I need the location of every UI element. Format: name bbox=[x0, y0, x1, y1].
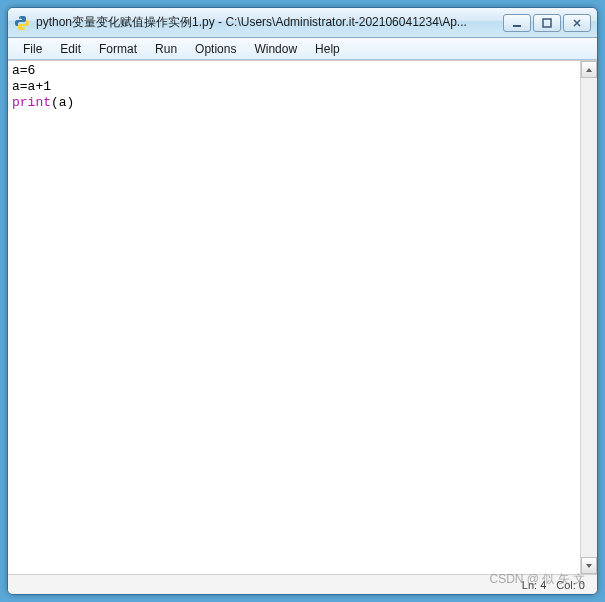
code-token: a=a+1 bbox=[12, 79, 51, 94]
code-line: a=a+1 bbox=[12, 79, 576, 95]
status-line: Ln: 4 bbox=[522, 579, 546, 591]
window-controls bbox=[503, 14, 591, 32]
code-line: a=6 bbox=[12, 63, 576, 79]
menu-run[interactable]: Run bbox=[146, 40, 186, 58]
menu-help[interactable]: Help bbox=[306, 40, 349, 58]
close-button[interactable] bbox=[563, 14, 591, 32]
status-col: Col: 0 bbox=[556, 579, 585, 591]
code-token: a=6 bbox=[12, 63, 35, 78]
python-icon bbox=[14, 15, 30, 31]
statusbar: Ln: 4 Col: 0 bbox=[8, 574, 597, 594]
menubar: File Edit Format Run Options Window Help bbox=[8, 38, 597, 60]
idle-window: python变量变化赋值操作实例1.py - C:\Users\Administ… bbox=[7, 7, 598, 595]
scroll-track[interactable] bbox=[581, 78, 597, 557]
editor-area: a=6a=a+1print(a) bbox=[8, 60, 597, 574]
menu-window[interactable]: Window bbox=[245, 40, 306, 58]
maximize-button[interactable] bbox=[533, 14, 561, 32]
window-title: python变量变化赋值操作实例1.py - C:\Users\Administ… bbox=[36, 14, 503, 31]
menu-edit[interactable]: Edit bbox=[51, 40, 90, 58]
code-token: (a) bbox=[51, 95, 74, 110]
minimize-button[interactable] bbox=[503, 14, 531, 32]
titlebar[interactable]: python变量变化赋值操作实例1.py - C:\Users\Administ… bbox=[8, 8, 597, 38]
code-token: print bbox=[12, 95, 51, 110]
svg-rect-1 bbox=[543, 19, 551, 27]
menu-options[interactable]: Options bbox=[186, 40, 245, 58]
menu-file[interactable]: File bbox=[14, 40, 51, 58]
code-editor[interactable]: a=6a=a+1print(a) bbox=[8, 61, 580, 574]
scroll-down-button[interactable] bbox=[581, 557, 597, 574]
scroll-up-button[interactable] bbox=[581, 61, 597, 78]
vertical-scrollbar[interactable] bbox=[580, 61, 597, 574]
svg-rect-0 bbox=[513, 25, 521, 27]
code-line: print(a) bbox=[12, 95, 576, 111]
menu-format[interactable]: Format bbox=[90, 40, 146, 58]
